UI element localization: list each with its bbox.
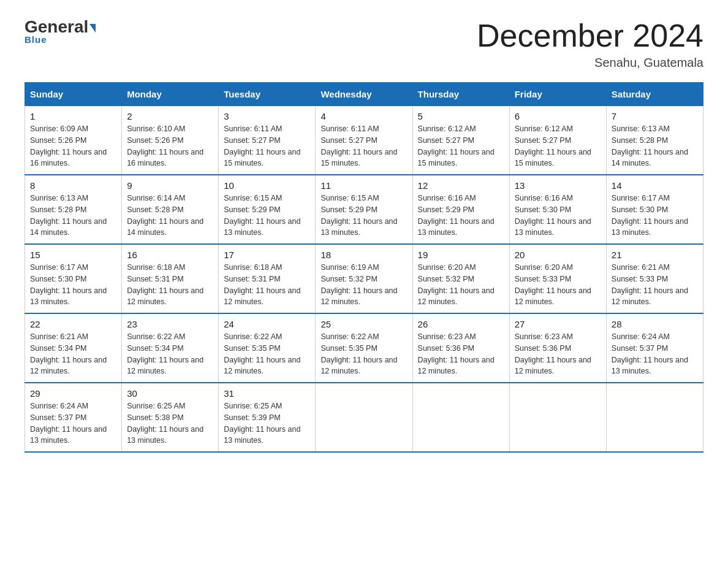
calendar-day-cell: 7 Sunrise: 6:13 AMSunset: 5:28 PMDayligh…: [606, 106, 703, 175]
location-subtitle: Senahu, Guatemala: [477, 56, 703, 70]
calendar-day-header: Thursday: [412, 83, 509, 106]
day-info: Sunrise: 6:24 AMSunset: 5:37 PMDaylight:…: [612, 331, 698, 377]
day-info: Sunrise: 6:11 AMSunset: 5:27 PMDaylight:…: [224, 123, 310, 169]
day-number: 21: [612, 250, 698, 260]
calendar-day-cell: 9 Sunrise: 6:14 AMSunset: 5:28 PMDayligh…: [122, 175, 219, 244]
calendar-day-header: Sunday: [25, 83, 122, 106]
day-info: Sunrise: 6:20 AMSunset: 5:33 PMDaylight:…: [515, 262, 601, 308]
day-number: 8: [30, 180, 116, 191]
calendar-day-cell: 13 Sunrise: 6:16 AMSunset: 5:30 PMDaylig…: [509, 175, 606, 244]
day-number: 10: [224, 180, 310, 191]
calendar-day-cell: 12 Sunrise: 6:16 AMSunset: 5:29 PMDaylig…: [412, 175, 509, 244]
day-info: Sunrise: 6:22 AMSunset: 5:35 PMDaylight:…: [224, 331, 310, 377]
day-number: 14: [612, 180, 698, 191]
calendar-day-cell: 14 Sunrise: 6:17 AMSunset: 5:30 PMDaylig…: [606, 175, 703, 244]
calendar-day-cell: 1 Sunrise: 6:09 AMSunset: 5:26 PMDayligh…: [25, 106, 122, 175]
calendar-day-cell: 4 Sunrise: 6:11 AMSunset: 5:27 PMDayligh…: [316, 106, 412, 175]
logo-blue-text: Blue: [25, 34, 47, 45]
calendar-day-cell: 16 Sunrise: 6:18 AMSunset: 5:31 PMDaylig…: [122, 244, 219, 313]
day-info: Sunrise: 6:17 AMSunset: 5:30 PMDaylight:…: [30, 262, 116, 308]
day-info: Sunrise: 6:17 AMSunset: 5:30 PMDaylight:…: [612, 193, 698, 239]
day-info: Sunrise: 6:13 AMSunset: 5:28 PMDaylight:…: [30, 193, 116, 239]
day-number: 1: [30, 111, 116, 121]
day-number: 4: [320, 111, 407, 121]
calendar-day-cell: 20 Sunrise: 6:20 AMSunset: 5:33 PMDaylig…: [509, 244, 606, 313]
day-number: 7: [612, 111, 698, 121]
day-number: 27: [515, 319, 601, 329]
day-number: 28: [612, 319, 698, 329]
day-info: Sunrise: 6:15 AMSunset: 5:29 PMDaylight:…: [224, 193, 310, 239]
calendar-day-cell: 31 Sunrise: 6:25 AMSunset: 5:39 PMDaylig…: [219, 383, 316, 452]
calendar-day-cell: 23 Sunrise: 6:22 AMSunset: 5:34 PMDaylig…: [122, 313, 219, 383]
calendar-day-cell: [412, 383, 509, 452]
calendar-day-header: Saturday: [606, 83, 703, 106]
calendar-day-cell: 24 Sunrise: 6:22 AMSunset: 5:35 PMDaylig…: [219, 313, 316, 383]
title-section: December 2024 Senahu, Guatemala: [477, 18, 703, 70]
calendar-week-row: 29 Sunrise: 6:24 AMSunset: 5:37 PMDaylig…: [25, 383, 703, 452]
day-info: Sunrise: 6:20 AMSunset: 5:32 PMDaylight:…: [418, 262, 504, 308]
calendar-week-row: 15 Sunrise: 6:17 AMSunset: 5:30 PMDaylig…: [25, 244, 703, 313]
page-header: General Blue December 2024 Senahu, Guate…: [25, 18, 703, 70]
calendar-week-row: 1 Sunrise: 6:09 AMSunset: 5:26 PMDayligh…: [25, 106, 703, 175]
calendar-day-cell: [316, 383, 412, 452]
day-number: 11: [320, 180, 407, 191]
month-title: December 2024: [477, 18, 703, 53]
day-info: Sunrise: 6:12 AMSunset: 5:27 PMDaylight:…: [515, 123, 601, 169]
day-info: Sunrise: 6:09 AMSunset: 5:26 PMDaylight:…: [30, 123, 116, 169]
calendar-day-cell: 26 Sunrise: 6:23 AMSunset: 5:36 PMDaylig…: [412, 313, 509, 383]
day-info: Sunrise: 6:22 AMSunset: 5:35 PMDaylight:…: [320, 331, 407, 377]
day-info: Sunrise: 6:21 AMSunset: 5:33 PMDaylight:…: [612, 262, 698, 308]
calendar-week-row: 22 Sunrise: 6:21 AMSunset: 5:34 PMDaylig…: [25, 313, 703, 383]
day-number: 29: [30, 388, 116, 399]
day-info: Sunrise: 6:13 AMSunset: 5:28 PMDaylight:…: [612, 123, 698, 169]
calendar-day-header: Wednesday: [316, 83, 412, 106]
day-number: 13: [515, 180, 601, 191]
day-number: 30: [127, 388, 213, 399]
day-number: 15: [30, 250, 116, 260]
calendar-day-cell: 19 Sunrise: 6:20 AMSunset: 5:32 PMDaylig…: [412, 244, 509, 313]
day-info: Sunrise: 6:23 AMSunset: 5:36 PMDaylight:…: [515, 331, 601, 377]
calendar-day-cell: 15 Sunrise: 6:17 AMSunset: 5:30 PMDaylig…: [25, 244, 122, 313]
day-number: 19: [418, 250, 504, 260]
day-info: Sunrise: 6:19 AMSunset: 5:32 PMDaylight:…: [320, 262, 407, 308]
logo: General Blue: [25, 18, 96, 45]
calendar-day-cell: 21 Sunrise: 6:21 AMSunset: 5:33 PMDaylig…: [606, 244, 703, 313]
day-number: 24: [224, 319, 310, 329]
day-number: 31: [224, 388, 310, 399]
calendar-day-cell: 25 Sunrise: 6:22 AMSunset: 5:35 PMDaylig…: [316, 313, 412, 383]
calendar-day-cell: 5 Sunrise: 6:12 AMSunset: 5:27 PMDayligh…: [412, 106, 509, 175]
calendar-day-cell: 27 Sunrise: 6:23 AMSunset: 5:36 PMDaylig…: [509, 313, 606, 383]
day-info: Sunrise: 6:11 AMSunset: 5:27 PMDaylight:…: [320, 123, 407, 169]
calendar-day-cell: [606, 383, 703, 452]
day-number: 18: [320, 250, 407, 260]
day-number: 3: [224, 111, 310, 121]
day-info: Sunrise: 6:18 AMSunset: 5:31 PMDaylight:…: [224, 262, 310, 308]
logo-triangle-icon: [89, 24, 96, 33]
calendar-day-cell: 6 Sunrise: 6:12 AMSunset: 5:27 PMDayligh…: [509, 106, 606, 175]
calendar-day-cell: 29 Sunrise: 6:24 AMSunset: 5:37 PMDaylig…: [25, 383, 122, 452]
day-number: 22: [30, 319, 116, 329]
calendar-day-header: Friday: [509, 83, 606, 106]
day-info: Sunrise: 6:22 AMSunset: 5:34 PMDaylight:…: [127, 331, 213, 377]
calendar-day-cell: 30 Sunrise: 6:25 AMSunset: 5:38 PMDaylig…: [122, 383, 219, 452]
day-info: Sunrise: 6:12 AMSunset: 5:27 PMDaylight:…: [418, 123, 504, 169]
day-number: 2: [127, 111, 213, 121]
day-number: 25: [320, 319, 407, 329]
day-number: 9: [127, 180, 213, 191]
day-info: Sunrise: 6:25 AMSunset: 5:38 PMDaylight:…: [127, 400, 213, 446]
day-info: Sunrise: 6:21 AMSunset: 5:34 PMDaylight:…: [30, 331, 116, 377]
calendar-day-cell: 2 Sunrise: 6:10 AMSunset: 5:26 PMDayligh…: [122, 106, 219, 175]
calendar-day-cell: 11 Sunrise: 6:15 AMSunset: 5:29 PMDaylig…: [316, 175, 412, 244]
day-info: Sunrise: 6:16 AMSunset: 5:30 PMDaylight:…: [515, 193, 601, 239]
day-info: Sunrise: 6:25 AMSunset: 5:39 PMDaylight:…: [224, 400, 310, 446]
calendar-day-cell: 22 Sunrise: 6:21 AMSunset: 5:34 PMDaylig…: [25, 313, 122, 383]
day-info: Sunrise: 6:14 AMSunset: 5:28 PMDaylight:…: [127, 193, 213, 239]
day-number: 26: [418, 319, 504, 329]
calendar-day-cell: 17 Sunrise: 6:18 AMSunset: 5:31 PMDaylig…: [219, 244, 316, 313]
day-info: Sunrise: 6:24 AMSunset: 5:37 PMDaylight:…: [30, 400, 116, 446]
day-number: 5: [418, 111, 504, 121]
day-info: Sunrise: 6:18 AMSunset: 5:31 PMDaylight:…: [127, 262, 213, 308]
day-info: Sunrise: 6:10 AMSunset: 5:26 PMDaylight:…: [127, 123, 213, 169]
calendar-day-cell: 10 Sunrise: 6:15 AMSunset: 5:29 PMDaylig…: [219, 175, 316, 244]
day-number: 17: [224, 250, 310, 260]
